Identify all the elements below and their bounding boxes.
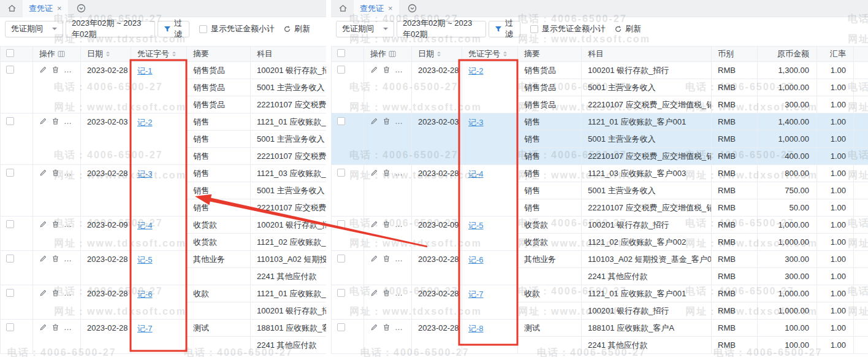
edit-icon[interactable] [39, 255, 47, 263]
row-select-cell[interactable] [332, 217, 364, 251]
delete-icon[interactable] [383, 169, 390, 177]
tab-voucher-query[interactable]: 查凭证 × [354, 0, 399, 17]
more-actions-icon[interactable]: … [395, 256, 403, 262]
voucher-no-link[interactable]: 记-2 [468, 66, 484, 75]
filter-button[interactable]: 过滤 [489, 21, 520, 37]
voucher-no-link[interactable]: 记-7 [137, 324, 153, 333]
row-select-cell[interactable] [1, 165, 33, 217]
delete-icon[interactable] [383, 220, 390, 228]
edit-icon[interactable] [39, 66, 47, 74]
more-actions-icon[interactable]: … [64, 324, 72, 331]
delete-icon[interactable] [51, 66, 59, 74]
row-checkbox[interactable] [6, 169, 14, 177]
more-actions-icon[interactable]: … [395, 324, 403, 331]
row-checkbox[interactable] [337, 117, 345, 125]
row-checkbox[interactable] [6, 66, 14, 74]
row-select-cell[interactable] [332, 251, 364, 285]
edit-icon[interactable] [39, 169, 47, 177]
delete-icon[interactable] [51, 255, 59, 263]
period-range-input[interactable]: 2023年02期 ~ 2023年02期 [397, 21, 486, 37]
delete-icon[interactable] [383, 323, 390, 331]
more-actions-icon[interactable]: … [395, 221, 403, 228]
edit-icon[interactable] [370, 220, 378, 228]
edit-icon[interactable] [370, 323, 378, 331]
filter-button[interactable]: 过滤 [158, 21, 189, 37]
more-actions-icon[interactable]: … [395, 118, 403, 125]
edit-icon[interactable] [39, 323, 47, 331]
voucher-no-link[interactable]: 记-6 [137, 290, 153, 299]
home-icon[interactable] [7, 4, 17, 13]
row-select-cell[interactable] [332, 62, 364, 113]
show-subtotal-checkbox-group[interactable]: 显示凭证金额小计 [530, 23, 606, 34]
row-checkbox[interactable] [6, 220, 14, 228]
period-range-input[interactable]: 2023年02期 ~ 2023年02期 [66, 21, 155, 37]
more-actions-icon[interactable]: … [64, 221, 72, 228]
edit-icon[interactable] [370, 169, 378, 177]
more-actions-icon[interactable]: … [64, 290, 72, 296]
voucher-no-link[interactable]: 记-8 [468, 324, 484, 333]
delete-icon[interactable] [51, 169, 59, 177]
edit-icon[interactable] [370, 255, 378, 263]
select-all-checkbox[interactable] [337, 49, 345, 57]
row-select-cell[interactable] [332, 165, 364, 217]
row-select-cell[interactable] [1, 285, 33, 320]
tab-voucher-query[interactable]: 查凭证 × [23, 0, 68, 17]
row-checkbox[interactable] [337, 255, 345, 263]
row-select-cell[interactable] [1, 217, 33, 251]
row-checkbox[interactable] [337, 323, 345, 331]
edit-icon[interactable] [370, 117, 378, 125]
row-select-cell[interactable] [1, 62, 33, 113]
column-settings-icon[interactable] [389, 50, 396, 58]
tab-list-dropdown-icon[interactable] [408, 4, 417, 13]
delete-icon[interactable] [51, 323, 59, 331]
header-voucher-no[interactable]: 凭证字号 [131, 47, 187, 62]
refresh-button[interactable]: 刷新 [283, 23, 310, 34]
delete-icon[interactable] [51, 289, 59, 297]
voucher-no-link[interactable]: 记-4 [137, 221, 153, 230]
row-select-cell[interactable] [1, 113, 33, 165]
header-date[interactable]: 日期 [412, 47, 462, 62]
tab-list-dropdown-icon[interactable] [77, 4, 86, 13]
row-checkbox[interactable] [337, 289, 345, 297]
row-select-cell[interactable] [332, 113, 364, 165]
show-subtotal-checkbox[interactable] [530, 25, 538, 33]
voucher-no-link[interactable]: 记-4 [468, 169, 484, 178]
delete-icon[interactable] [383, 255, 390, 263]
more-actions-icon[interactable]: … [395, 170, 403, 176]
voucher-no-link[interactable]: 记-1 [137, 66, 153, 75]
voucher-no-link[interactable]: 记-5 [137, 255, 153, 264]
tab-close-icon[interactable]: × [57, 4, 62, 13]
select-all-cell[interactable] [1, 47, 33, 62]
column-settings-icon[interactable] [58, 50, 65, 58]
delete-icon[interactable] [383, 66, 390, 74]
voucher-no-link[interactable]: 记-5 [468, 221, 484, 230]
row-select-cell[interactable] [332, 285, 364, 320]
row-select-cell[interactable] [1, 320, 33, 354]
row-checkbox[interactable] [6, 255, 14, 263]
edit-icon[interactable] [39, 289, 47, 297]
home-icon[interactable] [338, 4, 348, 13]
row-checkbox[interactable] [337, 66, 345, 74]
show-subtotal-checkbox-group[interactable]: 显示凭证金额小计 [199, 23, 275, 34]
delete-icon[interactable] [383, 289, 390, 297]
delete-icon[interactable] [51, 117, 59, 125]
select-all-checkbox[interactable] [6, 49, 14, 57]
row-checkbox[interactable] [337, 220, 345, 228]
row-checkbox[interactable] [337, 169, 345, 177]
voucher-no-link[interactable]: 记-2 [137, 118, 153, 127]
edit-icon[interactable] [370, 66, 378, 74]
voucher-no-link[interactable]: 记-3 [137, 169, 153, 178]
edit-icon[interactable] [370, 289, 378, 297]
delete-icon[interactable] [383, 117, 390, 125]
voucher-no-link[interactable]: 记-7 [468, 290, 484, 299]
voucher-no-link[interactable]: 记-3 [468, 118, 484, 127]
period-select[interactable]: 凭证期间 [336, 21, 394, 37]
more-actions-icon[interactable]: … [64, 67, 72, 73]
period-select[interactable]: 凭证期间 [5, 21, 63, 37]
row-checkbox[interactable] [6, 323, 14, 331]
row-select-cell[interactable] [1, 251, 33, 285]
more-actions-icon[interactable]: … [395, 67, 403, 73]
more-actions-icon[interactable]: … [64, 170, 72, 176]
delete-icon[interactable] [51, 220, 59, 228]
edit-icon[interactable] [39, 117, 47, 125]
